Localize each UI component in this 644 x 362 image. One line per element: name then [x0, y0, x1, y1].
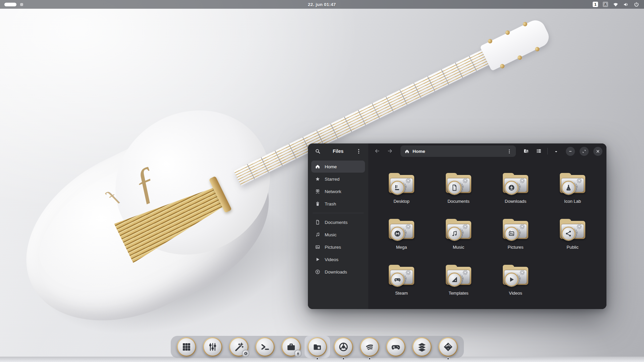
close-button[interactable] [593, 147, 602, 156]
sidebar-item-trash[interactable]: Trash [311, 198, 365, 210]
folder-label: Pictures [508, 245, 524, 250]
dock [171, 336, 464, 358]
sidebar-item-label: Starred [325, 177, 339, 182]
sidebar-item-label: Documents [325, 220, 347, 225]
sidebar-item-label: Music [325, 232, 336, 237]
template-emblem-icon [447, 273, 462, 287]
workspace-active-pill[interactable] [4, 3, 16, 6]
folder-desktop[interactable]: Desktop [373, 172, 430, 218]
forward-button[interactable] [385, 146, 395, 156]
document-icon [315, 220, 320, 225]
restore-button[interactable] [580, 147, 589, 156]
downloads-icon [315, 269, 320, 275]
clock[interactable]: 22. jun 01:47 [308, 2, 336, 7]
inkscape-icon [439, 338, 457, 356]
tuning-peg [499, 63, 505, 69]
folder-icon [502, 218, 529, 240]
folder-steam[interactable]: Steam [373, 264, 430, 309]
folder-music[interactable]: Music [430, 218, 487, 264]
search-in-folder-button[interactable] [521, 146, 531, 156]
sidebar-item-pictures[interactable]: Pictures [311, 241, 365, 253]
dock-item-inkscape[interactable] [438, 337, 458, 357]
dock-item-spotify[interactable] [360, 337, 379, 357]
dock-item-games[interactable] [386, 337, 406, 357]
document-emblem-icon [447, 181, 462, 195]
top-panel: 22. jun 01:47 1 A [0, 0, 644, 9]
games-icon [387, 338, 405, 356]
dock-item-layers[interactable] [412, 337, 432, 357]
dock-item-software[interactable] [281, 337, 301, 357]
sidebar-header: Files [308, 143, 368, 159]
sidebar-item-downloads[interactable]: Downloads [311, 266, 365, 278]
list-view-button[interactable] [534, 146, 544, 156]
folder-mega[interactable]: Mega [373, 218, 430, 264]
window-title: Files [323, 148, 354, 154]
music-icon [315, 232, 320, 237]
folder-icon [445, 264, 472, 286]
tuning-peg [487, 38, 493, 44]
tweaks-icon [204, 338, 221, 356]
dock-item-files[interactable] [308, 337, 327, 357]
dock-item-wand-tool[interactable] [229, 337, 249, 357]
workspace-inactive-dot[interactable] [20, 3, 23, 6]
home-icon [315, 164, 320, 169]
folder-documents[interactable]: Documents [430, 172, 487, 218]
app-grid-icon [178, 338, 195, 356]
folder-icon [502, 264, 529, 286]
desktop-screen: ƒ ƒ 22. jun 01:47 1 A [0, 0, 644, 362]
back-button[interactable] [372, 146, 382, 156]
sidebar-item-music[interactable]: Music [311, 229, 365, 241]
folder-label: Music [453, 245, 464, 250]
sidebar-item-starred[interactable]: Starred [311, 173, 365, 185]
folder-label: Mega [396, 245, 407, 250]
running-indicator-dot [368, 357, 371, 360]
tuning-peg [505, 30, 511, 36]
current-location: Home [413, 149, 504, 154]
folder-label: Steam [395, 291, 408, 296]
folder-public[interactable]: Public [544, 218, 601, 264]
folder-templates[interactable]: Templates [430, 264, 487, 309]
sidebar-item-videos[interactable]: Videos [311, 253, 365, 265]
folder-icon [445, 218, 472, 240]
sidebar-item-label: Pictures [325, 245, 341, 250]
guitar-headstock [480, 17, 552, 71]
folder-view: Desktop Documents Downloads [368, 159, 606, 309]
play-emblem-icon [504, 273, 519, 287]
folder-icon-lab[interactable]: Icon Lab [544, 172, 601, 218]
folder-videos[interactable]: Videos [487, 264, 544, 309]
layers-icon [413, 338, 431, 356]
folder-icon [388, 172, 415, 194]
music-emblem-icon [447, 227, 462, 241]
sidebar-item-label: Trash [325, 201, 336, 206]
terminal-icon [256, 338, 274, 356]
folder-pictures[interactable]: Pictures [487, 218, 544, 264]
sidebar-item-network[interactable]: Network [311, 185, 365, 197]
keyboard-layout-badge[interactable]: 1 [593, 2, 598, 7]
sidebar-item-label: Network [325, 189, 341, 194]
dock-item-app-grid[interactable] [177, 337, 196, 357]
sidebar-item-label: Videos [325, 257, 338, 262]
dock-item-terminal[interactable] [255, 337, 275, 357]
workspace-indicator[interactable] [0, 3, 308, 6]
path-bar[interactable]: Home [400, 145, 516, 157]
star-icon [315, 176, 320, 182]
sidebar-item-documents[interactable]: Documents [311, 216, 365, 228]
desktop-emblem-icon [390, 181, 405, 195]
folder-icon [559, 172, 586, 194]
sidebar: Home Starred Network Trash Documents Mus… [308, 159, 368, 309]
sidebar-item-label: Downloads [325, 269, 347, 275]
search-button[interactable] [313, 146, 323, 156]
volume-icon [623, 2, 629, 7]
dock-item-chrome[interactable] [334, 337, 353, 357]
folder-label: Documents [447, 199, 470, 204]
dock-item-tweaks[interactable] [203, 337, 222, 357]
sidebar-menu-button[interactable] [354, 146, 364, 156]
system-status-area[interactable]: 1 A [336, 2, 644, 7]
path-menu-icon[interactable] [507, 149, 512, 154]
folder-icon [445, 172, 472, 194]
view-options-dropdown[interactable] [551, 146, 561, 156]
sidebar-item-home[interactable]: Home [311, 161, 365, 173]
input-method-badge[interactable]: A [603, 2, 608, 7]
minimize-button[interactable] [566, 147, 575, 156]
folder-downloads[interactable]: Downloads [487, 172, 544, 218]
